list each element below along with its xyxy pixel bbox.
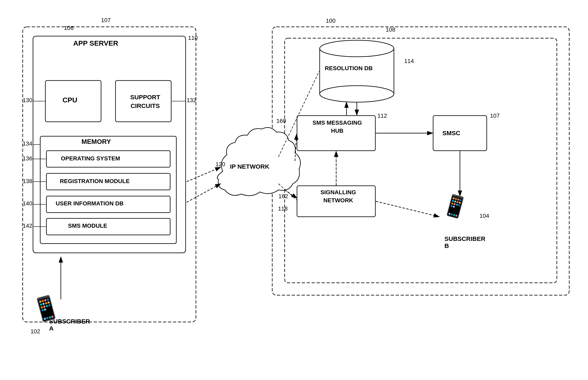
subscriber-b-label: SUBSCRIBERB — [445, 235, 485, 249]
ref-100: 100 — [326, 18, 336, 24]
svg-rect-5 — [285, 38, 557, 283]
ref-118: 118 — [278, 205, 288, 212]
app-server-label: APP SERVER — [73, 39, 118, 47]
operating-system-label: OPERATING SYSTEM — [61, 155, 120, 162]
svg-line-27 — [376, 201, 439, 217]
ref-112: 112 — [377, 113, 387, 119]
ref-132: 132 — [187, 97, 196, 104]
ref-142: 142 — [23, 223, 32, 229]
support-circuits-label: SUPPORTCIRCUITS — [118, 93, 172, 110]
smsc-label: SMSC — [442, 130, 460, 137]
ref-138: 138 — [23, 178, 32, 185]
user-information-db-label: USER INFORMATION DB — [56, 200, 124, 207]
cpu-label: CPU — [62, 96, 77, 104]
svg-rect-3 — [23, 27, 196, 322]
svg-line-20 — [187, 184, 221, 202]
ref-102: 102 — [31, 328, 40, 335]
ref-110: 110 — [188, 35, 198, 41]
subscriber-b-phone: 📱 — [440, 191, 471, 221]
svg-line-21 — [295, 134, 297, 161]
resolution-db-label: RESOLUTION DB — [325, 65, 373, 72]
svg-rect-8 — [40, 136, 176, 244]
sms-messaging-hub-label: SMS MESSAGINGHUB — [299, 119, 375, 135]
ref-140: 140 — [23, 200, 32, 207]
ref-106: 106 — [64, 25, 74, 31]
svg-point-17 — [320, 40, 394, 57]
ref-104: 104 — [480, 213, 489, 219]
svg-rect-2 — [272, 27, 569, 295]
sms-module-label: SMS MODULE — [68, 223, 107, 229]
ref-134: 134 — [23, 140, 32, 147]
ref-107-top: 107 — [101, 17, 111, 23]
ref-108: 108 — [386, 26, 395, 33]
ip-network-label: IP NETWORK — [230, 163, 269, 170]
memory-label: MEMORY — [81, 138, 111, 146]
signalling-network-label: SIGNALLINGNETWORK — [300, 188, 376, 204]
subscriber-a-label: SUBSCRIBERA — [49, 318, 90, 332]
ref-120: 120 — [215, 161, 225, 168]
svg-point-18 — [320, 86, 394, 102]
ref-130: 130 — [23, 97, 32, 104]
ref-160: 160 — [276, 118, 286, 124]
svg-line-19 — [187, 167, 221, 182]
ref-136: 136 — [23, 155, 32, 162]
svg-rect-12 — [46, 218, 170, 235]
ref-114: 114 — [404, 58, 414, 64]
registration-module-label: REGISTRATION MODULE — [60, 178, 130, 185]
svg-line-38 — [278, 71, 319, 157]
ref-162: 162 — [278, 193, 288, 200]
ref-107-right: 107 — [490, 113, 500, 119]
